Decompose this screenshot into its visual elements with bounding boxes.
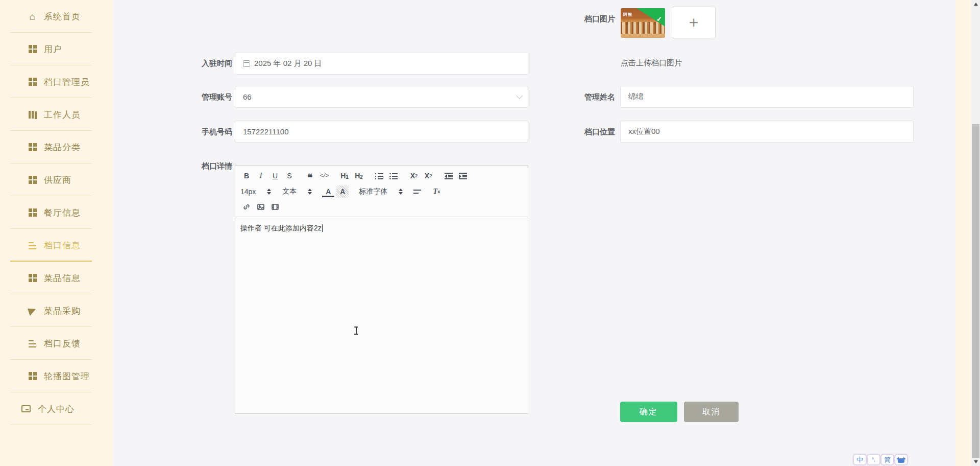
sidebar-item-users[interactable]: 用户 xyxy=(0,33,113,65)
booth-photo-label: 档口图片 xyxy=(575,14,615,24)
chevron-down-icon xyxy=(516,92,523,99)
text-color-button[interactable]: A xyxy=(322,187,334,197)
admin-name-input[interactable]: 绵绵 xyxy=(620,86,914,108)
ime-simplified-button[interactable]: 简 xyxy=(881,454,894,465)
sidebar-item-home[interactable]: ⌂ 系统首页 xyxy=(0,0,113,33)
heading2-button[interactable]: H2 xyxy=(353,170,365,182)
blockquote-button[interactable]: ❝ xyxy=(304,170,316,182)
indent-icon[interactable] xyxy=(457,170,469,182)
sidebar-item-restaurant-info[interactable]: 餐厅信息 xyxy=(0,196,113,229)
sidebar-item-label: 个人中心 xyxy=(38,403,75,415)
sidebar-item-profile[interactable]: 个人中心 xyxy=(0,392,113,425)
subscript-button[interactable]: X2 xyxy=(408,170,420,182)
booth-location-input[interactable]: xx位置00 xyxy=(620,121,914,143)
booth-location-value: xx位置00 xyxy=(628,127,660,136)
sidebar-item-label: 供应商 xyxy=(44,174,71,186)
plus-icon: + xyxy=(689,13,699,32)
join-time-label: 入驻时间 xyxy=(185,59,232,68)
check-icon: ✓ xyxy=(656,15,662,23)
sidebar-item-label: 菜品分类 xyxy=(44,142,81,153)
sidebar-item-dish-info[interactable]: 菜品信息 xyxy=(0,262,113,294)
phone-label: 手机号码 xyxy=(185,127,232,137)
cancel-button[interactable]: 取消 xyxy=(684,402,739,422)
image-icon[interactable] xyxy=(255,201,267,213)
ime-skin-button[interactable] xyxy=(895,454,908,465)
booth-edit-form: 档口图片 阿熊 ✓ + 点击上传档口图片 入驻时间 2025 年 02 月 20… xyxy=(113,0,955,466)
underline-button[interactable]: U xyxy=(269,170,281,182)
bullet-list-icon[interactable] xyxy=(387,170,400,182)
link-icon[interactable] xyxy=(240,201,253,213)
phone-input[interactable]: 15722211100 xyxy=(235,121,528,143)
sidebar-item-label: 用户 xyxy=(44,43,62,55)
text-style-select[interactable]: 文本 xyxy=(282,187,312,196)
sidebar-item-label: 档口反馈 xyxy=(44,338,81,350)
text-caret xyxy=(322,224,323,232)
code-block-button[interactable]: </> xyxy=(318,170,330,182)
scroll-up-arrow[interactable] xyxy=(971,0,980,8)
sidebar-item-dish-purchase[interactable]: 菜品采购 xyxy=(0,294,113,327)
grid-icon xyxy=(28,208,37,217)
strikethrough-button[interactable]: S xyxy=(283,170,296,182)
ime-language-button[interactable]: 中 xyxy=(853,454,866,465)
add-photo-button[interactable]: + xyxy=(672,7,716,38)
grid-icon xyxy=(28,372,37,381)
grid-icon xyxy=(28,143,37,152)
join-time-value: 2025 年 02 月 20 日 xyxy=(254,59,322,68)
sidebar-item-label: 档口信息 xyxy=(44,240,81,251)
sidebar-item-suppliers[interactable]: 供应商 xyxy=(0,164,113,196)
phone-value: 15722211100 xyxy=(243,127,289,136)
sidebar-item-staff[interactable]: 工作人员 xyxy=(0,98,113,131)
heading1-button[interactable]: H1 xyxy=(338,170,351,182)
shirt-icon xyxy=(898,458,904,463)
confirm-button[interactable]: 确定 xyxy=(620,402,677,422)
updown-arrows-icon xyxy=(267,189,271,195)
editor-content-area[interactable]: 操作者 可在此添加内容2z xyxy=(235,217,528,422)
superscript-button[interactable]: X2 xyxy=(422,170,434,182)
sidebar-item-label: 系统首页 xyxy=(44,11,81,22)
sidebar-item-booth-info[interactable]: 档口信息 xyxy=(0,229,113,262)
sidebar-item-label: 菜品采购 xyxy=(44,305,81,317)
outdent-icon[interactable] xyxy=(443,170,455,182)
ordered-list-icon[interactable] xyxy=(373,170,385,182)
grid-icon xyxy=(28,78,37,86)
grid-icon xyxy=(28,45,37,54)
align-icon[interactable] xyxy=(411,185,423,198)
sidebar-item-booth-feedback[interactable]: 档口反馈 xyxy=(0,327,113,360)
grid-icon xyxy=(28,176,37,184)
video-icon[interactable] xyxy=(269,201,281,213)
bold-button[interactable]: B xyxy=(240,170,253,182)
sidebar-item-label: 档口管理员 xyxy=(44,76,90,88)
ime-toolbar: 中 °, 简 xyxy=(853,454,908,465)
booth-location-label: 档口位置 xyxy=(575,127,615,137)
background-color-button[interactable]: A xyxy=(336,185,349,198)
grid-icon xyxy=(28,274,37,283)
ime-punctuation-button[interactable]: °, xyxy=(867,454,880,465)
library-icon xyxy=(28,110,37,119)
sidebar-item-label: 餐厅信息 xyxy=(44,207,81,219)
font-size-select[interactable]: 14px xyxy=(240,188,271,196)
italic-button[interactable]: I xyxy=(255,170,267,182)
sidebar-item-dish-categories[interactable]: 菜品分类 xyxy=(0,131,113,164)
updown-arrows-icon xyxy=(308,189,312,195)
list-icon xyxy=(28,241,37,250)
admin-name-label: 管理姓名 xyxy=(575,92,615,102)
clear-format-button[interactable]: Tx xyxy=(430,185,443,198)
sidebar-item-booth-admins[interactable]: 档口管理员 xyxy=(0,65,113,98)
list-icon xyxy=(28,339,37,348)
scrollbar-thumb[interactable] xyxy=(972,124,979,458)
admin-account-label: 管理账号 xyxy=(185,92,232,102)
scroll-down-arrow[interactable] xyxy=(971,458,980,466)
calendar-icon xyxy=(243,60,250,67)
booth-photo-thumbnail[interactable]: 阿熊 ✓ xyxy=(621,8,665,38)
sidebar-item-label: 轮播图管理 xyxy=(44,370,90,382)
rich-text-editor: B I U S ❝ </> H1 H2 X2 X2 xyxy=(235,165,528,414)
sidebar-item-carousel-mgmt[interactable]: 轮播图管理 xyxy=(0,360,113,392)
page-scrollbar[interactable] xyxy=(971,0,980,466)
upload-hint-text: 点击上传档口图片 xyxy=(621,58,682,68)
thumbnail-sign-text: 阿熊 xyxy=(623,12,632,17)
editor-content-text: 操作者 可在此添加内容2z xyxy=(240,224,322,232)
admin-account-value: 66 xyxy=(243,92,252,101)
join-time-input[interactable]: 2025 年 02 月 20 日 xyxy=(235,53,528,75)
font-family-select[interactable]: 标准字体 xyxy=(359,187,403,196)
admin-account-select[interactable]: 66 xyxy=(235,86,528,108)
